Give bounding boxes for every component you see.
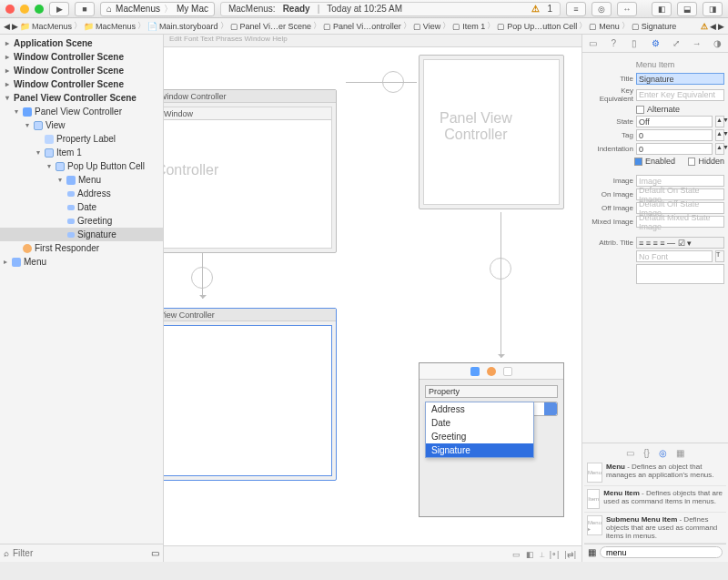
object-icon[interactable] (470, 367, 480, 376)
popup-opt-signature[interactable]: Signature (426, 443, 533, 457)
nav-first-responder[interactable]: First Responder (0, 241, 163, 255)
tab-help[interactable]: ? (603, 35, 624, 52)
nav-panel-vc[interactable]: ▾Panel View Controller (0, 105, 163, 118)
tab-size[interactable]: ⤢ (665, 35, 686, 52)
segue-line (346, 82, 417, 83)
canvas-menubar-ghost: Edit Font Text Phrases Window Help (164, 35, 581, 47)
enabled-checkbox[interactable] (634, 158, 642, 166)
navigator-filter-input[interactable] (13, 548, 147, 558)
nav-root-menu[interactable]: ▸Menu (0, 255, 163, 269)
canvas-window-controller[interactable]: Window Controller Window ew Controller (164, 89, 337, 253)
scheme-app: MacMenus (116, 4, 160, 14)
indent-field[interactable]: 0 (636, 143, 713, 155)
tab-bindings[interactable]: ◑ (707, 35, 728, 52)
popup-opt-address[interactable]: Address (426, 402, 533, 416)
window-titlebar: ▶ ■ ⌂ MacMenus 〉 My Mac MacMenus: Ready … (0, 0, 728, 18)
library-item-submenu[interactable]: Menu ▸Submenu Menu Item - Defines object… (584, 513, 726, 544)
navigator-filter-bar: ⌕ ▭ (0, 544, 163, 562)
object-library: ▭ {} ◎ ▦ MenuMenu - Defines an object th… (582, 443, 728, 562)
tag-field[interactable]: 0 (636, 129, 713, 141)
scene-panel-vc[interactable]: ▾Panel View Controller Scene (0, 91, 163, 105)
editor-mode-version[interactable]: ↔ (617, 2, 637, 16)
font-field[interactable]: No Font (636, 250, 713, 262)
canvas-view-controller[interactable]: View Controller (164, 308, 337, 481)
scene-window-1[interactable]: ▸Window Controller Scene (0, 50, 163, 64)
canvas-footer: ▭ ◧ ⟂ |∘| |⇄| (164, 545, 581, 562)
popup-menu-open: Address Date Greeting Signature (425, 402, 534, 458)
panel-scene-header (420, 363, 563, 380)
canvas-panel-instance[interactable]: Property Address Date Greeting Signature (419, 362, 564, 517)
filter-scope-icon[interactable]: ▭ (151, 548, 159, 558)
scheme-selector[interactable]: ⌂ MacMenus 〉 My Mac (100, 2, 215, 16)
ib-tool-icon[interactable]: ◧ (526, 550, 534, 559)
mixed-image-field[interactable]: Default Mixed State Image (636, 216, 724, 228)
first-responder-icon[interactable] (487, 367, 496, 376)
property-label[interactable]: Property (425, 385, 558, 398)
editor-mode-standard[interactable]: ≡ (566, 2, 586, 16)
ib-tool-icon[interactable]: ⟂ (540, 550, 544, 559)
activity-status: MacMenus: Ready | Today at 10:25 AM ⚠ 1 (220, 2, 561, 16)
inspector-section: Menu Item (586, 60, 724, 69)
toggle-debug-area[interactable]: ⬓ (677, 2, 697, 16)
lib-tab-objects[interactable]: ◎ (659, 448, 667, 458)
ib-tool-icon[interactable]: |⇄| (564, 550, 576, 559)
warning-icon[interactable]: ⚠ (531, 4, 540, 14)
tab-file[interactable]: ▭ (582, 35, 603, 52)
title-field[interactable]: Signature (636, 73, 724, 85)
library-item-menu[interactable]: MenuMenu - Defines an object that manage… (584, 460, 726, 486)
app-icon: ⌂ (106, 4, 112, 14)
nav-view[interactable]: ▾View (0, 118, 163, 132)
ib-tool-icon[interactable]: ▭ (512, 550, 521, 559)
scene-window-2[interactable]: ▸Window Controller Scene (0, 64, 163, 77)
lib-tab-files[interactable]: ▭ (626, 448, 634, 458)
alternate-checkbox[interactable] (636, 106, 644, 114)
warning-count: 1 (547, 4, 552, 14)
library-filter-input[interactable] (600, 546, 723, 558)
scheme-dest: My Mac (177, 4, 208, 14)
library-item-menu-item[interactable]: ItemMenu Item - Defines objects that are… (584, 486, 726, 513)
key-equiv-field[interactable]: Enter Key Equivalent (636, 89, 724, 101)
stop-button[interactable]: ■ (75, 2, 95, 16)
nav-mi-address[interactable]: Address (0, 187, 163, 200)
toggle-navigator[interactable]: ◧ (652, 2, 672, 16)
tab-attributes[interactable]: ⚙ (645, 35, 666, 52)
toggle-utilities[interactable]: ◨ (703, 2, 723, 16)
ib-tool-icon[interactable]: |∘| (550, 550, 560, 559)
interface-builder-canvas[interactable]: Edit Font Text Phrases Window Help Windo… (164, 35, 582, 562)
attr-title-toolbar[interactable]: ≡ ≡ ≡ ≡ — ☑ ▾ (636, 237, 724, 249)
nav-popup-cell[interactable]: ▾Pop Up Button Cell (0, 159, 163, 173)
popup-opt-date[interactable]: Date (426, 416, 533, 430)
editor-mode-assistant[interactable]: ◎ (592, 2, 612, 16)
canvas-panel-vc-top[interactable]: Panel View Controller (419, 55, 564, 209)
segue-arrow-2 (500, 212, 501, 358)
minimize-traffic-light[interactable] (20, 5, 29, 14)
nav-mi-signature[interactable]: Signature (0, 228, 163, 241)
nav-menu[interactable]: ▾Menu (0, 173, 163, 187)
scene-application[interactable]: ▸Application Scene (0, 36, 163, 50)
nav-property-label[interactable]: Property Label (0, 132, 163, 146)
zoom-traffic-light[interactable] (35, 5, 44, 14)
state-select[interactable]: Off (636, 116, 713, 127)
run-button[interactable]: ▶ (49, 2, 69, 16)
lib-tab-media[interactable]: ▦ (676, 448, 684, 458)
attr-title-text[interactable] (636, 264, 724, 284)
lib-tab-code[interactable]: {} (643, 448, 650, 458)
nav-item1[interactable]: ▾Item 1 (0, 146, 163, 159)
utilities-panel: ▭ ? ▯ ⚙ ⤢ → ◑ Menu Item TitleSignature K… (582, 35, 728, 562)
nav-mi-date[interactable]: Date (0, 200, 163, 214)
popup-opt-greeting[interactable]: Greeting (426, 430, 533, 443)
close-traffic-light[interactable] (5, 5, 15, 14)
tab-connections[interactable]: → (686, 35, 707, 52)
tab-identity[interactable]: ▯ (624, 35, 645, 52)
jump-bar[interactable]: ◀▶ 📁MacMenus〉 📁MacMenus〉 📄Main.storyboar… (0, 18, 728, 35)
exit-icon[interactable] (503, 367, 512, 376)
nav-mi-greeting[interactable]: Greeting (0, 214, 163, 228)
project-navigator: ▸Application Scene ▸Window Controller Sc… (0, 35, 164, 562)
segue-arrow (202, 253, 203, 299)
filter-icon: ⌕ (4, 548, 9, 558)
inspector-tabs: ▭ ? ▯ ⚙ ⤢ → ◑ (582, 35, 728, 53)
library-grid-icon[interactable]: ▦ (588, 547, 596, 557)
scene-window-3[interactable]: ▸Window Controller Scene (0, 77, 163, 91)
hidden-checkbox[interactable] (688, 158, 696, 166)
